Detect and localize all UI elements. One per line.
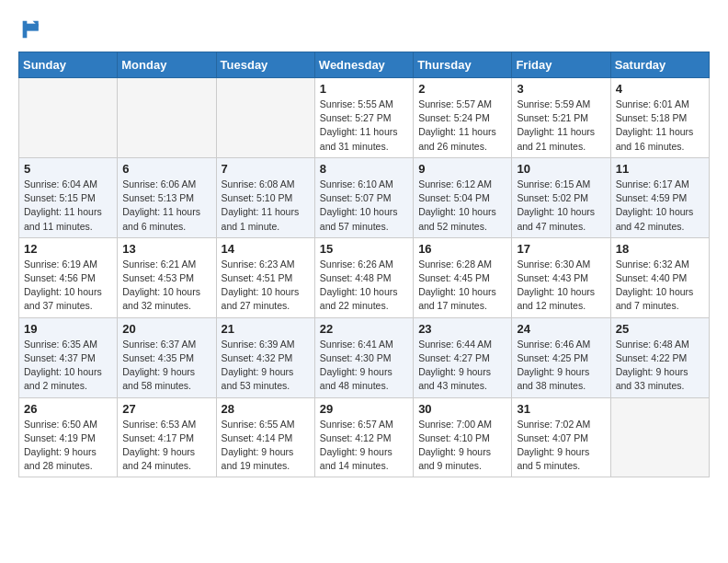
day-number: 18 xyxy=(616,242,704,256)
calendar-cell: 21Sunrise: 6:39 AM Sunset: 4:32 PM Dayli… xyxy=(216,317,314,397)
day-info: Sunrise: 6:06 AM Sunset: 5:13 PM Dayligh… xyxy=(122,178,210,234)
day-number: 15 xyxy=(320,242,408,256)
day-info: Sunrise: 6:48 AM Sunset: 4:22 PM Dayligh… xyxy=(616,338,704,394)
calendar-cell xyxy=(118,78,216,158)
day-info: Sunrise: 6:12 AM Sunset: 5:04 PM Dayligh… xyxy=(418,178,506,234)
calendar-cell: 29Sunrise: 6:57 AM Sunset: 4:12 PM Dayli… xyxy=(314,397,413,477)
day-info: Sunrise: 6:17 AM Sunset: 4:59 PM Dayligh… xyxy=(616,178,704,234)
calendar-cell: 9Sunrise: 6:12 AM Sunset: 5:04 PM Daylig… xyxy=(414,157,512,237)
day-number: 22 xyxy=(320,322,408,336)
day-info: Sunrise: 6:39 AM Sunset: 4:32 PM Dayligh… xyxy=(222,338,310,394)
calendar-cell: 26Sunrise: 6:50 AM Sunset: 4:19 PM Dayli… xyxy=(19,397,118,477)
calendar-table: SundayMondayTuesdayWednesdayThursdayFrid… xyxy=(18,52,710,477)
day-number: 30 xyxy=(418,402,506,416)
day-info: Sunrise: 6:04 AM Sunset: 5:15 PM Dayligh… xyxy=(24,178,112,234)
calendar-cell: 25Sunrise: 6:48 AM Sunset: 4:22 PM Dayli… xyxy=(610,317,709,397)
day-number: 25 xyxy=(616,322,704,336)
day-info: Sunrise: 6:41 AM Sunset: 4:30 PM Dayligh… xyxy=(320,338,408,394)
day-number: 19 xyxy=(24,322,112,336)
day-number: 9 xyxy=(418,162,506,176)
day-number: 31 xyxy=(517,402,605,416)
day-number: 5 xyxy=(24,162,112,176)
calendar-week-row: 1Sunrise: 5:55 AM Sunset: 5:27 PM Daylig… xyxy=(19,78,710,158)
calendar-cell: 18Sunrise: 6:32 AM Sunset: 4:40 PM Dayli… xyxy=(610,237,709,317)
day-number: 27 xyxy=(122,402,210,416)
day-number: 1 xyxy=(320,82,408,96)
day-number: 23 xyxy=(418,322,506,336)
calendar-cell: 31Sunrise: 7:02 AM Sunset: 4:07 PM Dayli… xyxy=(512,397,610,477)
day-info: Sunrise: 6:21 AM Sunset: 4:53 PM Dayligh… xyxy=(122,258,210,314)
day-number: 12 xyxy=(24,242,112,256)
day-info: Sunrise: 7:02 AM Sunset: 4:07 PM Dayligh… xyxy=(517,418,605,474)
calendar-cell: 17Sunrise: 6:30 AM Sunset: 4:43 PM Dayli… xyxy=(512,237,610,317)
header xyxy=(18,17,710,42)
calendar-week-row: 19Sunrise: 6:35 AM Sunset: 4:37 PM Dayli… xyxy=(19,317,710,397)
col-header-sunday: Sunday xyxy=(19,52,118,78)
col-header-saturday: Saturday xyxy=(610,52,709,78)
calendar-cell: 12Sunrise: 6:19 AM Sunset: 4:56 PM Dayli… xyxy=(19,237,118,317)
col-header-thursday: Thursday xyxy=(414,52,512,78)
calendar-cell xyxy=(19,78,118,158)
day-info: Sunrise: 6:08 AM Sunset: 5:10 PM Dayligh… xyxy=(222,178,310,234)
calendar-cell: 22Sunrise: 6:41 AM Sunset: 4:30 PM Dayli… xyxy=(314,317,413,397)
day-info: Sunrise: 6:57 AM Sunset: 4:12 PM Dayligh… xyxy=(320,418,408,474)
day-info: Sunrise: 6:23 AM Sunset: 4:51 PM Dayligh… xyxy=(222,258,310,314)
day-info: Sunrise: 6:50 AM Sunset: 4:19 PM Dayligh… xyxy=(24,418,112,474)
day-info: Sunrise: 6:10 AM Sunset: 5:07 PM Dayligh… xyxy=(320,178,408,234)
calendar-week-row: 12Sunrise: 6:19 AM Sunset: 4:56 PM Dayli… xyxy=(19,237,710,317)
day-number: 4 xyxy=(616,82,704,96)
col-header-friday: Friday xyxy=(512,52,610,78)
calendar-cell: 16Sunrise: 6:28 AM Sunset: 4:45 PM Dayli… xyxy=(414,237,512,317)
logo-icon xyxy=(18,17,44,42)
day-number: 11 xyxy=(616,162,704,176)
col-header-wednesday: Wednesday xyxy=(314,52,413,78)
day-info: Sunrise: 6:37 AM Sunset: 4:35 PM Dayligh… xyxy=(122,338,210,394)
calendar-cell xyxy=(216,78,314,158)
day-info: Sunrise: 5:59 AM Sunset: 5:21 PM Dayligh… xyxy=(517,98,605,154)
calendar-cell: 1Sunrise: 5:55 AM Sunset: 5:27 PM Daylig… xyxy=(314,78,413,158)
col-header-monday: Monday xyxy=(118,52,216,78)
calendar-cell: 27Sunrise: 6:53 AM Sunset: 4:17 PM Dayli… xyxy=(118,397,216,477)
day-number: 16 xyxy=(418,242,506,256)
calendar-cell: 23Sunrise: 6:44 AM Sunset: 4:27 PM Dayli… xyxy=(414,317,512,397)
day-number: 13 xyxy=(122,242,210,256)
day-number: 14 xyxy=(222,242,310,256)
day-number: 26 xyxy=(24,402,112,416)
calendar-header-row: SundayMondayTuesdayWednesdayThursdayFrid… xyxy=(19,52,710,78)
day-info: Sunrise: 6:26 AM Sunset: 4:48 PM Dayligh… xyxy=(320,258,408,314)
calendar-week-row: 5Sunrise: 6:04 AM Sunset: 5:15 PM Daylig… xyxy=(19,157,710,237)
calendar-cell: 19Sunrise: 6:35 AM Sunset: 4:37 PM Dayli… xyxy=(19,317,118,397)
day-number: 10 xyxy=(517,162,605,176)
calendar-cell: 3Sunrise: 5:59 AM Sunset: 5:21 PM Daylig… xyxy=(512,78,610,158)
day-number: 20 xyxy=(122,322,210,336)
col-header-tuesday: Tuesday xyxy=(216,52,314,78)
day-number: 21 xyxy=(222,322,310,336)
day-info: Sunrise: 7:00 AM Sunset: 4:10 PM Dayligh… xyxy=(418,418,506,474)
day-number: 2 xyxy=(418,82,506,96)
day-info: Sunrise: 6:19 AM Sunset: 4:56 PM Dayligh… xyxy=(24,258,112,314)
calendar-cell: 2Sunrise: 5:57 AM Sunset: 5:24 PM Daylig… xyxy=(414,78,512,158)
calendar-cell: 14Sunrise: 6:23 AM Sunset: 4:51 PM Dayli… xyxy=(216,237,314,317)
calendar-cell: 5Sunrise: 6:04 AM Sunset: 5:15 PM Daylig… xyxy=(19,157,118,237)
day-info: Sunrise: 6:30 AM Sunset: 4:43 PM Dayligh… xyxy=(517,258,605,314)
logo xyxy=(18,17,48,42)
day-number: 7 xyxy=(222,162,310,176)
day-number: 28 xyxy=(222,402,310,416)
day-info: Sunrise: 6:46 AM Sunset: 4:25 PM Dayligh… xyxy=(517,338,605,394)
calendar-cell xyxy=(610,397,709,477)
day-info: Sunrise: 6:55 AM Sunset: 4:14 PM Dayligh… xyxy=(222,418,310,474)
day-number: 24 xyxy=(517,322,605,336)
day-info: Sunrise: 6:44 AM Sunset: 4:27 PM Dayligh… xyxy=(418,338,506,394)
day-number: 8 xyxy=(320,162,408,176)
calendar-cell: 13Sunrise: 6:21 AM Sunset: 4:53 PM Dayli… xyxy=(118,237,216,317)
calendar-cell: 11Sunrise: 6:17 AM Sunset: 4:59 PM Dayli… xyxy=(610,157,709,237)
day-info: Sunrise: 6:28 AM Sunset: 4:45 PM Dayligh… xyxy=(418,258,506,314)
calendar-cell: 8Sunrise: 6:10 AM Sunset: 5:07 PM Daylig… xyxy=(314,157,413,237)
calendar-cell: 4Sunrise: 6:01 AM Sunset: 5:18 PM Daylig… xyxy=(610,78,709,158)
calendar-cell: 20Sunrise: 6:37 AM Sunset: 4:35 PM Dayli… xyxy=(118,317,216,397)
day-number: 3 xyxy=(517,82,605,96)
day-info: Sunrise: 6:01 AM Sunset: 5:18 PM Dayligh… xyxy=(616,98,704,154)
day-number: 29 xyxy=(320,402,408,416)
calendar-cell: 6Sunrise: 6:06 AM Sunset: 5:13 PM Daylig… xyxy=(118,157,216,237)
day-info: Sunrise: 5:57 AM Sunset: 5:24 PM Dayligh… xyxy=(418,98,506,154)
